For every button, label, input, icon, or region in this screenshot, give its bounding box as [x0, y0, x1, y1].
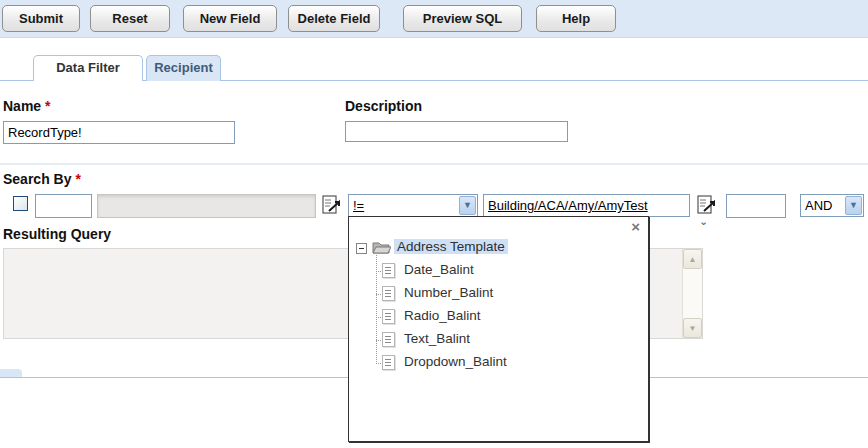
preview-sql-button[interactable]: Preview SQL	[403, 5, 522, 32]
name-label: Name *	[3, 98, 50, 114]
tree-item-date-balint[interactable]: Date_Balint	[404, 262, 474, 277]
search-field-readonly	[97, 194, 316, 218]
field-icon	[382, 286, 395, 301]
search-by-label-text: Search By	[3, 171, 71, 187]
required-asterisk: *	[75, 171, 80, 187]
record-path-field[interactable]: Building/ACA/Amy/AmyTest	[483, 194, 690, 217]
tree-root-address-template[interactable]: Address Template	[394, 239, 508, 254]
tab-data-filter[interactable]: Data Filter	[33, 55, 143, 81]
description-label-text: Description	[345, 98, 422, 114]
record-path-value: Building/ACA/Amy/AmyTest	[488, 198, 648, 213]
search-row-checkbox[interactable]	[13, 196, 28, 211]
scroll-down-icon[interactable]: ▼	[683, 318, 702, 338]
field-picker-popup: × Address Template Date_Balint Number_Ba…	[348, 216, 649, 442]
chevron-down-icon[interactable]: ▼	[459, 196, 476, 215]
chevron-down-icon[interactable]: ▼	[845, 196, 862, 215]
query-builder-screen: Submit Reset New Field Delete Field Prev…	[0, 0, 868, 448]
tree-item-text-balint[interactable]: Text_Balint	[404, 331, 470, 346]
folder-icon	[372, 240, 391, 255]
name-label-text: Name	[3, 98, 41, 114]
delete-field-button[interactable]: Delete Field	[288, 5, 380, 32]
reset-button[interactable]: Reset	[90, 5, 170, 32]
toolbar: Submit Reset New Field Delete Field Prev…	[0, 0, 868, 38]
section-divider	[0, 163, 868, 165]
resulting-query-label: Resulting Query	[3, 226, 111, 242]
name-input[interactable]	[3, 121, 235, 144]
tab-recipient[interactable]: Recipient	[146, 55, 221, 81]
field-icon	[382, 263, 395, 278]
panel-corner-decoration	[0, 369, 22, 377]
field-lookup-icon[interactable]	[321, 193, 343, 217]
field-icon	[382, 332, 395, 347]
tree-item-radio-balint[interactable]: Radio_Balint	[404, 308, 481, 323]
operator-select-value: !=	[353, 198, 364, 213]
field-icon	[382, 355, 395, 370]
scroll-up-icon[interactable]: ▲	[683, 249, 702, 269]
search-value-input[interactable]	[726, 194, 786, 218]
description-input[interactable]	[345, 121, 568, 142]
conjunction-select-value: AND	[805, 198, 832, 213]
operator-select[interactable]: != ▼	[348, 194, 478, 217]
tree-item-number-balint[interactable]: Number_Balint	[404, 285, 493, 300]
submit-button[interactable]: Submit	[2, 5, 80, 32]
help-button[interactable]: Help	[536, 5, 616, 32]
chevron-down-icon: ⌄	[699, 215, 708, 228]
value-lookup-icon[interactable]	[696, 193, 718, 217]
search-by-label: Search By *	[3, 171, 81, 187]
tree-item-dropdown-balint[interactable]: Dropdown_Balint	[404, 354, 507, 369]
description-label: Description	[345, 98, 422, 114]
tree-collapse-icon[interactable]	[356, 243, 367, 254]
field-icon	[382, 309, 395, 324]
close-icon[interactable]: ×	[631, 218, 640, 236]
vertical-scrollbar[interactable]: ▲ ▼	[682, 249, 702, 338]
new-field-button[interactable]: New Field	[183, 5, 277, 32]
search-field-small-input[interactable]	[35, 194, 92, 218]
resulting-query-label-text: Resulting Query	[3, 226, 111, 242]
conjunction-select[interactable]: AND ▼	[800, 194, 864, 217]
required-asterisk: *	[45, 98, 50, 114]
